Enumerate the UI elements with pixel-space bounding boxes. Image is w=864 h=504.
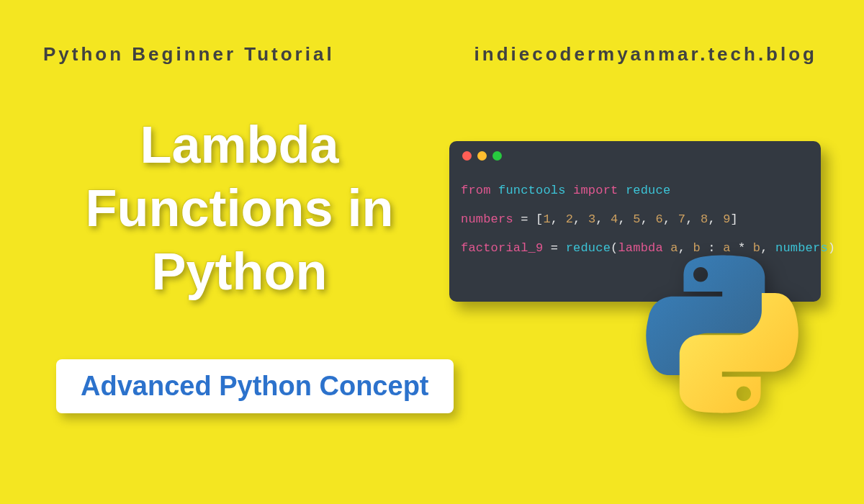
code-num: 7 — [678, 212, 685, 226]
code-num: 6 — [656, 212, 663, 226]
code-keyword: import — [573, 184, 618, 197]
code-arg: numbers — [775, 241, 828, 255]
code-arg: b — [753, 241, 760, 255]
code-punct: = — [513, 212, 536, 226]
code-punct: = — [543, 241, 565, 255]
code-punct: , — [708, 212, 723, 226]
code-punct: , — [760, 241, 775, 255]
code-punct: [ — [536, 212, 543, 226]
code-var: numbers — [461, 212, 513, 226]
code-punct: ] — [731, 212, 738, 226]
code-punct: , — [685, 212, 701, 226]
code-num: 4 — [611, 212, 618, 226]
code-num: 9 — [723, 212, 730, 226]
code-num: 5 — [633, 212, 640, 226]
code-punct: , — [618, 212, 634, 226]
code-arg: a — [723, 241, 730, 255]
concept-badge: Advanced Python Concept — [56, 359, 454, 413]
window-controls — [461, 151, 809, 161]
code-name: reduce — [626, 184, 670, 197]
code-keyword: lambda — [618, 241, 662, 255]
code-punct: : — [701, 241, 723, 255]
code-punct: ( — [611, 241, 618, 255]
python-logo-icon — [643, 255, 801, 413]
code-block: from functools import reduce numbers = [… — [461, 176, 809, 263]
code-arg: b — [693, 241, 701, 255]
badge-label: Advanced Python Concept — [81, 371, 429, 401]
code-arg: a — [670, 241, 678, 255]
code-punct: , — [551, 212, 566, 226]
code-module: functools — [498, 184, 566, 197]
code-punct: ) — [828, 241, 835, 255]
page-title: Lambda Functions in Python — [72, 114, 407, 303]
close-icon — [462, 151, 472, 161]
code-punct: , — [573, 212, 588, 226]
code-num: 2 — [566, 212, 573, 226]
code-punct: , — [595, 212, 611, 226]
site-url: indiecodermyanmar.tech.blog — [474, 43, 817, 66]
code-var: factorial_9 — [461, 241, 543, 255]
code-num: 1 — [543, 212, 550, 226]
maximize-icon — [492, 151, 502, 161]
header: Python Beginner Tutorial indiecodermyanm… — [0, 0, 864, 66]
code-punct: , — [678, 241, 693, 255]
code-punct: * — [731, 241, 753, 255]
code-fn: reduce — [566, 241, 611, 255]
code-punct: , — [641, 212, 656, 226]
code-num: 8 — [701, 212, 708, 226]
minimize-icon — [477, 151, 487, 161]
code-keyword: from — [461, 184, 491, 197]
category-label: Python Beginner Tutorial — [43, 43, 335, 66]
code-num: 3 — [588, 212, 595, 226]
code-punct: , — [663, 212, 678, 226]
